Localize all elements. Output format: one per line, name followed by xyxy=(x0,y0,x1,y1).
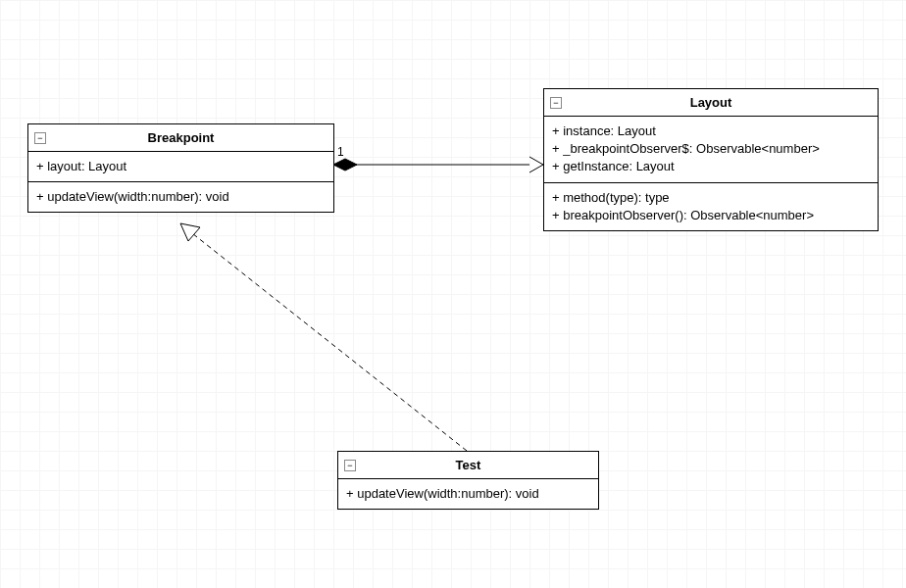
collapse-icon[interactable]: − xyxy=(550,97,562,109)
class-breakpoint[interactable]: − Breakpoint + layout: Layout + updateVi… xyxy=(27,123,334,213)
attribute: + layout: Layout xyxy=(36,158,326,175)
attribute: + instance: Layout xyxy=(552,122,870,140)
svg-marker-1 xyxy=(333,159,357,171)
attribute: + _breakpointObserver$: Observable<numbe… xyxy=(552,140,870,158)
attributes-section: + instance: Layout + _breakpointObserver… xyxy=(544,117,878,183)
attributes-section: + layout: Layout xyxy=(28,152,333,182)
class-test[interactable]: − Test + updateView(width:number): void xyxy=(337,451,599,510)
class-title-layout: − Layout xyxy=(544,89,878,117)
svg-line-2 xyxy=(192,233,467,451)
collapse-icon[interactable]: − xyxy=(34,132,46,144)
methods-section: + updateView(width:number): void xyxy=(338,479,598,509)
method: + breakpointObserver(): Observable<numbe… xyxy=(552,207,870,224)
attribute: + getInstance: Layout xyxy=(552,158,870,175)
class-layout[interactable]: − Layout + instance: Layout + _breakpoin… xyxy=(543,88,879,231)
edge-breakpoint-layout xyxy=(333,157,543,172)
methods-section: + updateView(width:number): void xyxy=(28,182,333,212)
methods-section: + method(type): type + breakpointObserve… xyxy=(544,183,878,230)
class-title-breakpoint: − Breakpoint xyxy=(28,124,333,152)
multiplicity-label: 1 xyxy=(337,145,344,159)
class-name-label: Test xyxy=(456,458,481,472)
class-title-test: − Test xyxy=(338,452,598,479)
collapse-icon[interactable]: − xyxy=(344,460,356,471)
method: + updateView(width:number): void xyxy=(36,188,326,206)
method: + method(type): type xyxy=(552,189,870,207)
edge-test-breakpoint xyxy=(180,223,467,451)
method: + updateView(width:number): void xyxy=(346,485,590,503)
svg-marker-3 xyxy=(180,223,200,241)
class-name-label: Layout xyxy=(690,95,732,110)
class-name-label: Breakpoint xyxy=(148,130,215,145)
